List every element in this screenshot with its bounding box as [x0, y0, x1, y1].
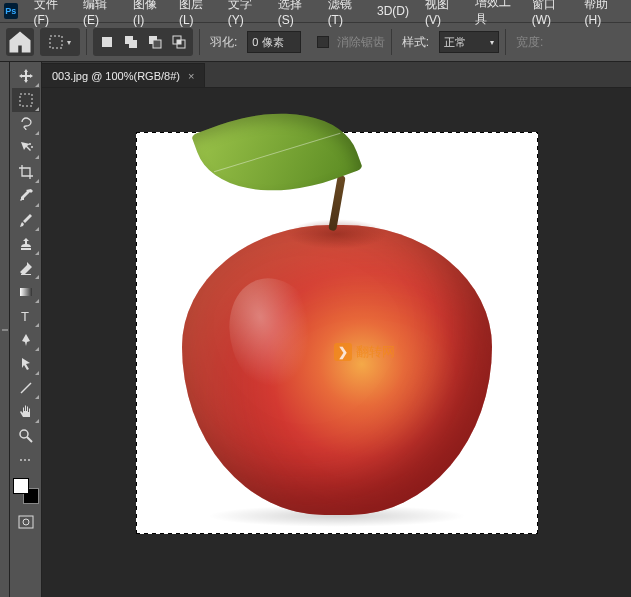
style-select[interactable]: 正常 ▾	[439, 31, 499, 53]
chevron-down-icon: ▾	[67, 38, 71, 47]
edit-toolbar[interactable]: ⋯	[12, 448, 40, 472]
quick-mask-toggle[interactable]	[12, 510, 40, 534]
menu-view[interactable]: 视图(V)	[417, 0, 467, 29]
type-tool[interactable]: T	[12, 304, 40, 328]
canvas[interactable]: ❯ 翻转网	[137, 133, 537, 533]
svg-point-11	[31, 146, 33, 148]
menu-select[interactable]: 选择(S)	[270, 0, 320, 29]
selection-subtract[interactable]	[143, 30, 167, 54]
antialias-option: 消除锯齿	[317, 34, 384, 51]
line-tool[interactable]	[12, 376, 40, 400]
svg-point-10	[29, 143, 31, 145]
divider	[391, 29, 392, 55]
canvas-viewport[interactable]: ❯ 翻转网	[42, 88, 631, 597]
selection-new[interactable]	[95, 30, 119, 54]
zoom-tool[interactable]	[12, 424, 40, 448]
menu-filter[interactable]: 滤镜(T)	[320, 0, 369, 29]
rectangular-marquee-tool[interactable]	[12, 88, 40, 112]
quick-selection-tool[interactable]	[12, 136, 40, 160]
document-tab-title: 003.jpg @ 100%(RGB/8#)	[52, 70, 180, 82]
menu-image[interactable]: 图像(I)	[125, 0, 171, 29]
image-content: ❯ 翻转网	[182, 225, 492, 515]
svg-line-14	[21, 383, 31, 393]
svg-point-15	[20, 430, 28, 438]
divider	[199, 29, 200, 55]
feather-label: 羽化:	[206, 34, 241, 51]
menu-3d[interactable]: 3D(D)	[369, 2, 417, 20]
svg-line-16	[27, 437, 32, 442]
eyedropper-tool[interactable]	[12, 184, 40, 208]
hand-tool[interactable]	[12, 400, 40, 424]
selection-mode-group	[93, 28, 193, 56]
tool-preset-picker[interactable]: ▾	[40, 28, 80, 56]
lasso-tool[interactable]	[12, 112, 40, 136]
watermark: ❯ 翻转网	[334, 343, 395, 361]
menu-edit[interactable]: 编辑(E)	[75, 0, 125, 29]
tools-panel: T ⋯	[10, 62, 42, 597]
foreground-color-swatch[interactable]	[13, 478, 29, 494]
home-icon	[6, 28, 34, 56]
document-tab-bar: 003.jpg @ 100%(RGB/8#) ×	[42, 62, 631, 88]
svg-rect-12	[20, 288, 32, 296]
menu-layer[interactable]: 图层(L)	[171, 0, 220, 29]
document-tab[interactable]: 003.jpg @ 100%(RGB/8#) ×	[42, 63, 205, 87]
menu-type[interactable]: 文字(Y)	[220, 0, 270, 29]
svg-rect-9	[20, 94, 32, 106]
selection-add[interactable]	[119, 30, 143, 54]
menu-window[interactable]: 窗口(W)	[524, 0, 577, 29]
brush-tool[interactable]	[12, 208, 40, 232]
svg-rect-5	[153, 40, 161, 48]
selection-intersect[interactable]	[167, 30, 191, 54]
close-icon[interactable]: ×	[188, 70, 194, 82]
menu-help[interactable]: 帮助(H)	[576, 0, 627, 29]
menu-plugins[interactable]: 增效工具	[467, 0, 524, 30]
svg-text:T: T	[21, 309, 29, 324]
menubar: Ps 文件(F) 编辑(E) 图像(I) 图层(L) 文字(Y) 选择(S) 滤…	[0, 0, 631, 22]
divider	[86, 29, 87, 55]
photoshop-icon: Ps	[4, 3, 18, 19]
path-selection-tool[interactable]	[12, 352, 40, 376]
panel-collapse-strip[interactable]	[0, 62, 10, 597]
watermark-icon: ❯	[334, 343, 352, 361]
pen-tool[interactable]	[12, 328, 40, 352]
menu-file[interactable]: 文件(F)	[26, 0, 75, 29]
svg-rect-0	[50, 36, 62, 48]
width-label: 宽度:	[512, 34, 547, 51]
clone-stamp-tool[interactable]	[12, 232, 40, 256]
gradient-tool[interactable]	[12, 280, 40, 304]
antialias-label: 消除锯齿	[337, 35, 385, 49]
feather-input[interactable]	[247, 31, 301, 53]
style-value: 正常	[444, 35, 466, 50]
chevron-down-icon: ▾	[490, 38, 494, 47]
svg-rect-8	[177, 40, 181, 44]
svg-point-18	[23, 519, 29, 525]
eraser-tool[interactable]	[12, 256, 40, 280]
marquee-icon	[49, 35, 63, 49]
antialias-checkbox	[317, 36, 329, 48]
move-tool[interactable]	[12, 64, 40, 88]
watermark-text: 翻转网	[356, 343, 395, 361]
color-swatches[interactable]	[13, 478, 39, 504]
svg-rect-3	[129, 40, 137, 48]
svg-rect-17	[19, 516, 33, 528]
home-button[interactable]	[6, 28, 34, 56]
svg-rect-1	[102, 37, 112, 47]
divider	[505, 29, 506, 55]
workspace: T ⋯ 003.jpg @ 100%(RGB/8#) ×	[0, 62, 631, 597]
document-area: 003.jpg @ 100%(RGB/8#) × ❯ 翻转网	[42, 62, 631, 597]
style-label: 样式:	[398, 34, 433, 51]
crop-tool[interactable]	[12, 160, 40, 184]
